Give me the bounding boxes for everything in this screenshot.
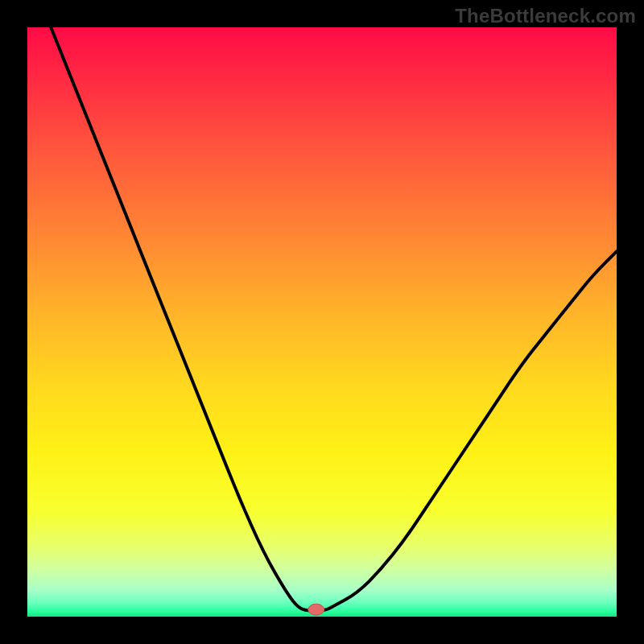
chart-svg [27,27,617,617]
watermark-text: TheBottleneck.com [455,5,636,27]
optimal-point-marker [308,604,324,615]
chart-frame: TheBottleneck.com [0,0,644,644]
plot-area [27,27,617,617]
gradient-background [27,27,617,617]
